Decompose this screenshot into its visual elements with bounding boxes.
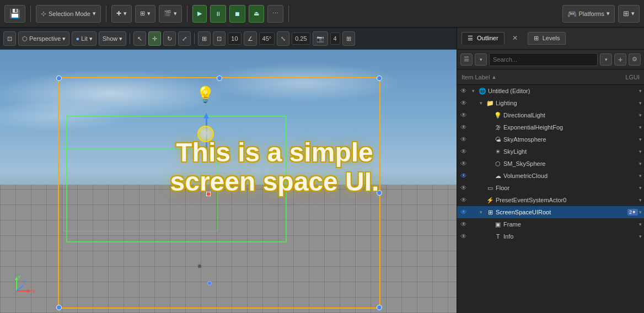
grid-button[interactable]: ⊞ ▾ [135, 5, 155, 23]
tree-row[interactable]: 👁☁VolumetricCloud▾ [457, 170, 644, 182]
maximize-viewport-button[interactable]: ⊡ [3, 31, 16, 46]
tree-row[interactable]: 👁🌤SkyAtmosphere▾ [457, 133, 644, 145]
snap-rotate-button[interactable]: ∠ [244, 31, 257, 46]
add-button[interactable]: ✚ ▾ [111, 5, 132, 23]
pause-button[interactable]: ⏸ [210, 5, 226, 23]
platforms-button[interactable]: 🎮 Platforms ▾ [562, 5, 615, 23]
tree-row[interactable]: 👁⬡SM_SkySphere▾ [457, 158, 644, 170]
visibility-icon[interactable]: 👁 [459, 99, 468, 107]
tree-expand-icon[interactable] [485, 148, 492, 155]
eject-button[interactable]: ⏏ [249, 5, 264, 23]
viewport[interactable]: 💡 ✳ This is a simple screen space UI. X … [0, 28, 457, 313]
tree-row[interactable]: 👁▣Frame▾ [457, 218, 644, 230]
search-down-button[interactable]: ▾ [600, 53, 612, 66]
tree-expand-icon[interactable] [485, 136, 492, 143]
visibility-icon[interactable]: 👁 [459, 147, 468, 156]
save-icon: 💾 [9, 8, 20, 19]
tree-expand-icon[interactable] [485, 111, 492, 119]
visibility-icon[interactable]: 👁 [459, 196, 468, 204]
separator-2 [106, 6, 106, 22]
search-input[interactable] [489, 53, 598, 66]
tree-row[interactable]: 👁▭Floor▾ [457, 182, 644, 194]
visibility-icon[interactable]: 👁 [459, 159, 468, 168]
settings-chevron-icon: ▾ [631, 10, 635, 17]
visibility-icon[interactable]: 👁 [459, 220, 468, 229]
visibility-icon[interactable]: 👁 [459, 87, 468, 95]
tree-expand-icon[interactable] [477, 196, 485, 204]
stop-button[interactable]: ⏹ [229, 5, 245, 23]
filter-button[interactable]: ☰ [460, 53, 473, 66]
tree-expand-icon[interactable] [485, 123, 492, 131]
visibility-icon[interactable]: 👁 [459, 184, 468, 192]
tree-row[interactable]: 👁▾⊞ScreenSpaceUIRoot2✦▾ [457, 206, 644, 218]
tree-row[interactable]: 👁TInfo▾ [457, 230, 644, 242]
visibility-icon[interactable]: 👁 [459, 232, 468, 241]
tree-expand-icon[interactable] [485, 160, 492, 168]
tab-levels[interactable]: ⊞ Levels [528, 32, 566, 45]
close-outliner-button[interactable]: ✕ [509, 32, 521, 44]
outliner-header: ☰ Outliner ✕ ⊞ Levels [457, 28, 644, 50]
show-button[interactable]: Show ▾ [99, 31, 127, 46]
vp-sep-1 [130, 33, 130, 44]
tree-row-arrow: ▾ [639, 88, 642, 94]
tree-expand-icon[interactable] [485, 233, 492, 240]
more-options-button[interactable]: ⋯ [267, 5, 283, 23]
select-tool-button[interactable]: ↖ [133, 31, 146, 46]
visibility-icon[interactable]: 👁 [459, 123, 468, 132]
tree-row-arrow: ▾ [639, 112, 642, 118]
outliner-column-headers: Item Label ▲ LGUI [457, 69, 644, 85]
snap-translate-button[interactable]: ⊡ [213, 31, 226, 46]
tree-item-icon: ⊞ [486, 208, 495, 217]
settings-button[interactable]: ⊞ ▾ [618, 5, 640, 23]
directional-light-icon: 💡 [196, 85, 215, 104]
add-item-button[interactable]: + [614, 53, 626, 66]
settings-outliner-button[interactable]: ⚙ [629, 53, 641, 66]
rotate-tool-button[interactable]: ↻ [163, 31, 176, 46]
tree-row[interactable]: 👁▾📁Lighting▾ [457, 97, 644, 109]
outliner-search-controls: ☰ ▾ ▾ + ⚙ [457, 50, 644, 69]
move-dot [206, 192, 211, 196]
add-icon: ✚ [116, 10, 121, 17]
scale-tool-button[interactable]: ⤢ [178, 31, 191, 46]
snap-scale-button[interactable]: ⤡ [277, 31, 289, 46]
tree-row[interactable]: 👁💡DirectionalLight▾ [457, 109, 644, 121]
rotate-icon: ↻ [167, 35, 172, 42]
tree-row[interactable]: 👁⚡PresetEventSystemActor0▾ [457, 194, 644, 206]
tab-outliner[interactable]: ☰ Outliner [461, 32, 505, 45]
save-button[interactable]: 💾 [4, 5, 25, 23]
visibility-icon[interactable]: 👁 [459, 208, 468, 217]
tree-row[interactable]: 👁☀SkyLight▾ [457, 145, 644, 158]
selection-mode-button[interactable]: ⊹ Selection Mode ▾ [36, 5, 101, 23]
filter-chevron-button[interactable]: ▾ [475, 53, 487, 66]
tree-row[interactable]: 👁▾🌐Untitled (Editor)▾ [457, 85, 644, 97]
tree-row[interactable]: 👁🌫ExponentialHeightFog▾ [457, 121, 644, 133]
tree-expand-icon[interactable]: ▾ [477, 208, 485, 216]
visibility-icon[interactable]: 👁 [459, 135, 468, 144]
visibility-icon[interactable]: 👁 [459, 171, 468, 180]
camera-speed-button[interactable]: 📷 [313, 31, 328, 46]
lit-button[interactable]: ● Lit ▾ [72, 31, 96, 46]
tree-item-label: PresetEventSystemActor0 [496, 197, 638, 203]
tree-row-arrow: ▾ [639, 149, 642, 154]
screen-size-value: 4 [330, 33, 340, 45]
play-button[interactable]: ▶ [192, 5, 207, 23]
viewport-options-button[interactable]: ⊞ [342, 31, 355, 46]
tree-expand-icon[interactable]: ▾ [469, 87, 477, 95]
world-grid-button[interactable]: ⊞ [198, 31, 211, 46]
eject-icon: ⏏ [254, 10, 259, 17]
tree-expand-icon[interactable]: ▾ [477, 99, 485, 107]
outliner-tab-label: Outliner [477, 35, 498, 41]
visibility-icon[interactable]: 👁 [459, 111, 468, 120]
outliner-panel: ☰ Outliner ✕ ⊞ Levels ☰ ▾ ▾ + ⚙ Ite [457, 28, 644, 313]
lit-label: Lit [81, 35, 88, 42]
platforms-label: Platforms [579, 10, 604, 17]
perspective-button[interactable]: ⬡ Perspective ▾ [18, 31, 69, 46]
move-tool-button[interactable]: ✛ [148, 31, 161, 46]
axes-indicator: X Y Z [11, 269, 39, 296]
tree-expand-icon[interactable] [485, 220, 492, 228]
tree-expand-icon[interactable] [477, 184, 485, 192]
tree-expand-icon[interactable] [485, 172, 492, 180]
tree-item-icon: ☁ [493, 171, 502, 180]
grid-icon: ⊞ [140, 10, 145, 17]
cinematics-button[interactable]: 🎬 ▾ [159, 5, 182, 23]
